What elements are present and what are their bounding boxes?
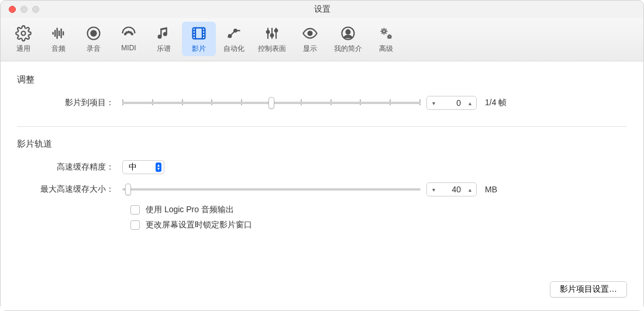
sliders-icon (263, 24, 281, 43)
movie-to-project-label: 影片到项目： (17, 98, 122, 108)
slider-thumb[interactable] (125, 184, 131, 195)
cache-precision-label: 高速缓存精度： (17, 162, 122, 172)
gears-icon (377, 24, 395, 43)
toolbar-audio[interactable]: 音频 (42, 22, 75, 56)
svg-point-28 (267, 30, 270, 33)
user-icon (339, 24, 357, 43)
svg-point-31 (308, 32, 312, 36)
svg-point-33 (346, 30, 350, 34)
use-logic-audio-row: 使用 Logic Pro 音频输出 (130, 205, 627, 215)
content: 调整 影片到项目： ▾ 0 ▴ 1/4 帧 影片轨道 高速缓存精度： 中 (1, 61, 643, 310)
stepper-value[interactable]: 40 (440, 185, 463, 194)
svg-point-34 (383, 30, 385, 33)
svg-point-30 (275, 29, 278, 32)
zoom-button[interactable] (32, 6, 39, 13)
use-logic-audio-label: 使用 Logic Pro 音频输出 (146, 205, 234, 215)
svg-point-29 (271, 34, 274, 37)
record-icon (84, 24, 103, 43)
max-cache-label: 最大高速缓存大小： (17, 184, 122, 195)
waveform-icon (49, 24, 68, 43)
svg-rect-1 (53, 32, 54, 35)
toolbar-control-surface[interactable]: 控制表面 (252, 22, 292, 56)
svg-point-8 (91, 30, 96, 36)
svg-rect-6 (63, 32, 64, 36)
svg-rect-2 (54, 30, 56, 37)
automation-icon (225, 24, 243, 43)
svg-rect-4 (58, 30, 60, 36)
midi-icon (119, 24, 138, 43)
toolbar-display[interactable]: 显示 (293, 22, 327, 56)
toolbar-score[interactable]: 乐谱 (147, 22, 181, 56)
cache-precision-value: 中 (129, 162, 137, 172)
max-cache-slider[interactable] (122, 183, 421, 196)
lock-window-row: 更改屏幕设置时锁定影片窗口 (130, 220, 627, 230)
toolbar-general[interactable]: 通用 (6, 22, 40, 56)
lock-window-checkbox[interactable] (130, 220, 140, 230)
movie-to-project-row: 影片到项目： ▾ 0 ▴ 1/4 帧 (17, 96, 627, 110)
max-cache-row: 最大高速缓存大小： ▾ 40 ▴ MB (17, 182, 627, 196)
divider (17, 126, 627, 127)
section-adjust-title: 调整 (17, 74, 627, 85)
stepper-value[interactable]: 0 (440, 98, 463, 108)
svg-rect-5 (61, 29, 62, 38)
eye-icon (301, 24, 319, 43)
popup-arrows-icon: ▴▾ (156, 163, 161, 172)
slider-thumb[interactable] (268, 97, 274, 109)
toolbar-automation[interactable]: 自动化 (217, 22, 251, 56)
max-cache-stepper[interactable]: ▾ 40 ▴ (426, 182, 477, 196)
movie-to-project-slider[interactable] (122, 96, 421, 109)
stepper-up[interactable]: ▴ (463, 96, 476, 109)
settings-window: 设置 通用 音频 录音 MIDI (0, 0, 644, 311)
minimize-button[interactable] (20, 6, 27, 13)
window-title: 设置 (314, 4, 330, 15)
section-track-title: 影片轨道 (17, 139, 627, 150)
toolbar-record[interactable]: 录音 (77, 22, 111, 56)
gear-icon (14, 24, 33, 43)
footer: 影片项目设置… (17, 269, 627, 298)
svg-point-12 (126, 32, 127, 33)
svg-point-35 (388, 36, 391, 38)
cache-precision-popup[interactable]: 中 ▴▾ (122, 160, 164, 174)
lock-window-label: 更改屏幕设置时锁定影片窗口 (146, 220, 252, 230)
toolbar: 通用 音频 录音 MIDI 乐谱 (1, 18, 643, 61)
use-logic-audio-checkbox[interactable] (130, 205, 140, 215)
film-icon (190, 24, 208, 43)
cache-precision-row: 高速缓存精度： 中 ▴▾ (17, 160, 627, 174)
svg-point-13 (130, 32, 131, 33)
toolbar-movie[interactable]: 影片 (182, 22, 216, 56)
movie-to-project-unit: 1/4 帧 (485, 98, 507, 108)
stepper-down[interactable]: ▾ (427, 96, 440, 109)
max-cache-unit: MB (485, 185, 497, 194)
svg-point-10 (128, 32, 129, 33)
movie-to-project-stepper[interactable]: ▾ 0 ▴ (426, 96, 477, 110)
stepper-up[interactable]: ▴ (463, 183, 476, 196)
svg-point-0 (22, 32, 26, 36)
close-button[interactable] (9, 6, 16, 13)
svg-rect-3 (57, 28, 58, 39)
toolbar-profile[interactable]: 我的简介 (328, 22, 368, 56)
toolbar-advanced[interactable]: 高级 (369, 22, 403, 56)
toolbar-midi[interactable]: MIDI (112, 22, 146, 56)
music-note-icon (154, 24, 173, 43)
stepper-down[interactable]: ▾ (427, 183, 440, 196)
titlebar: 设置 (1, 1, 643, 18)
traffic-lights (1, 6, 39, 13)
project-settings-button[interactable]: 影片项目设置… (550, 281, 627, 298)
